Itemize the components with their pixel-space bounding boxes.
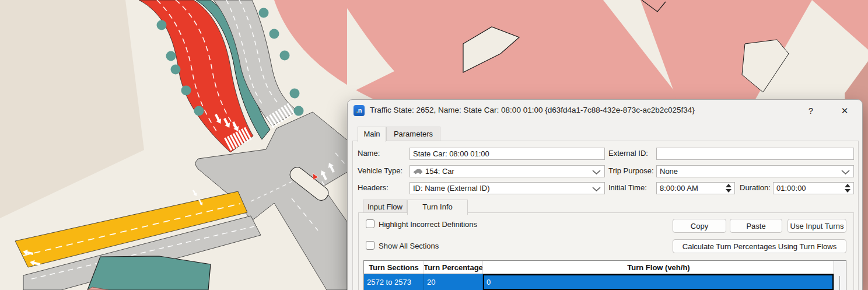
- help-button[interactable]: ?: [804, 104, 818, 118]
- initial-time-value: 8:00:00 AM: [660, 184, 698, 193]
- column-header-turn-percentage[interactable]: Turn Percentage: [424, 261, 483, 274]
- tab-main[interactable]: Main: [358, 127, 386, 142]
- spinner-down-icon[interactable]: [726, 189, 732, 193]
- dialog-title: Traffic State: 2652, Name: State Car: 08…: [370, 106, 695, 114]
- table-scrollbar[interactable]: [834, 261, 846, 290]
- external-id-label: External ID:: [608, 149, 648, 158]
- chevron-down-icon: [592, 187, 601, 191]
- cell-turn-percentage[interactable]: 20: [424, 274, 483, 290]
- turns-table: Turn Sections Turn Percentage Turn Flow …: [363, 260, 846, 290]
- chevron-down-icon: [841, 170, 850, 174]
- external-id-input[interactable]: [656, 148, 854, 160]
- highlight-incorrect-checkbox[interactable]: [366, 219, 374, 228]
- trip-purpose-value: None: [660, 167, 678, 176]
- calculate-turn-percentages-button[interactable]: Calculate Turn Percentages Using Turn Fl…: [673, 239, 846, 253]
- vehicle-type-value: 154: Car: [425, 167, 454, 176]
- tab-parameters[interactable]: Parameters: [386, 127, 440, 141]
- trip-purpose-dropdown[interactable]: None: [656, 165, 854, 177]
- vehicle-type-dropdown[interactable]: 154: Car: [410, 165, 605, 177]
- table-row[interactable]: 2572 to 2573 20 0: [364, 274, 834, 290]
- show-all-sections-label: Show All Sections: [379, 242, 439, 250]
- chevron-down-icon: [592, 170, 601, 174]
- initial-time-spinner[interactable]: 8:00:00 AM: [656, 182, 735, 194]
- column-header-turn-flow[interactable]: Turn Flow (veh/h): [483, 261, 834, 274]
- traffic-state-dialog: .n Traffic State: 2652, Name: State Car:…: [347, 99, 863, 290]
- table-header-row: Turn Sections Turn Percentage Turn Flow …: [364, 261, 834, 274]
- show-all-sections-checkbox[interactable]: [366, 241, 374, 250]
- headers-value: ID: Name (External ID): [413, 184, 489, 193]
- initial-time-label: Initial Time:: [608, 183, 647, 192]
- close-button[interactable]: ✕: [838, 104, 852, 118]
- dialog-titlebar[interactable]: .n Traffic State: 2652, Name: State Car:…: [348, 100, 862, 121]
- cell-editor[interactable]: 0: [483, 274, 834, 290]
- turn-info-pane: Highlight Incorrect Definitions Show All…: [358, 212, 854, 290]
- copy-button[interactable]: Copy: [673, 219, 726, 233]
- duration-label: Duration:: [740, 183, 771, 192]
- spinner-up-icon[interactable]: [726, 184, 732, 187]
- spinner-up-icon[interactable]: [845, 184, 850, 187]
- column-header-turn-sections[interactable]: Turn Sections: [364, 261, 424, 274]
- paste-button[interactable]: Paste: [730, 219, 782, 233]
- duration-value: 01:00:00: [776, 184, 806, 193]
- map-park-teal: [88, 256, 211, 290]
- name-input[interactable]: State Car: 08:00 01:00: [410, 148, 605, 160]
- app-icon: .n: [354, 105, 365, 116]
- cell-turn-sections[interactable]: 2572 to 2573: [364, 274, 424, 290]
- vehicle-type-label: Vehicle Type:: [358, 166, 402, 175]
- main-tab-pane: Name: State Car: 08:00 01:00 External ID…: [352, 141, 859, 290]
- highlight-incorrect-label: Highlight Incorrect Definitions: [379, 220, 477, 229]
- spinner-down-icon[interactable]: [845, 189, 850, 193]
- tab-turn-info[interactable]: Turn Info: [407, 200, 468, 215]
- use-input-turns-button[interactable]: Use Input Turns: [788, 219, 846, 233]
- trip-purpose-label: Trip Purpose:: [608, 166, 654, 175]
- headers-dropdown[interactable]: ID: Name (External ID): [410, 182, 605, 194]
- car-icon: [413, 169, 423, 174]
- name-label: Name:: [358, 149, 380, 158]
- headers-label: Headers:: [358, 183, 388, 192]
- duration-spinner[interactable]: 01:00:00: [773, 182, 854, 194]
- screen: .n Traffic State: 2652, Name: State Car:…: [0, 0, 868, 290]
- cell-turn-flow[interactable]: 0: [483, 274, 834, 290]
